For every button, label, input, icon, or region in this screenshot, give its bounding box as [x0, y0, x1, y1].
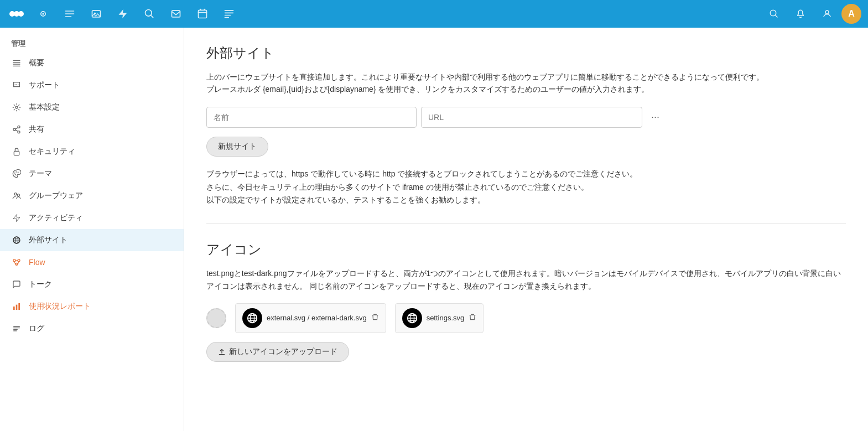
app-logo[interactable]: [7, 4, 27, 24]
delete-settings-icon-button[interactable]: [469, 313, 476, 323]
sidebar-item-groupware[interactable]: グループウェア: [0, 185, 184, 207]
svg-point-19: [13, 128, 15, 131]
svg-rect-21: [14, 151, 19, 155]
svg-marker-28: [13, 214, 20, 221]
sidebar-item-talk[interactable]: トーク: [0, 273, 184, 295]
security-label: セキュリティ: [29, 147, 75, 157]
upload-icon-label: 新しいアイコンをアップロード: [229, 347, 337, 357]
external-sites-description: 上のバーにウェブサイトを直接追加します。これにより重要なサイトや内部で利用する他…: [206, 71, 846, 96]
nav-photos-icon[interactable]: [84, 2, 108, 26]
svg-point-18: [18, 126, 20, 128]
list-icon: [11, 58, 22, 69]
groupware-label: グループウェア: [29, 191, 83, 201]
svg-point-23: [14, 173, 15, 174]
flow-label: Flow: [29, 258, 45, 267]
talk-icon: [11, 279, 22, 290]
main-content: 外部サイト 上のバーにウェブサイトを直接追加します。これにより重要なサイトや内部…: [184, 28, 868, 431]
section-divider: [206, 224, 846, 224]
lock-icon: [11, 146, 22, 157]
svg-rect-36: [18, 303, 20, 310]
talk-label: トーク: [29, 279, 52, 289]
notifications-button[interactable]: [788, 2, 813, 26]
external-icon-filename: external.svg / external-dark.svg: [267, 314, 367, 322]
themes-label: テーマ: [29, 169, 52, 179]
external-sites-title: 外部サイト: [206, 44, 846, 62]
sidebar-item-log[interactable]: ログ: [0, 318, 184, 340]
sidebar-item-flow[interactable]: Flow: [0, 251, 184, 273]
svg-rect-11: [199, 10, 207, 18]
svg-point-20: [18, 131, 20, 133]
upload-icon-button[interactable]: 新しいアイコンをアップロード: [206, 342, 349, 362]
nav-mail-icon[interactable]: [164, 2, 188, 26]
nav-activity-icon[interactable]: [111, 2, 135, 26]
flow-icon: [11, 257, 22, 268]
nav-files-icon[interactable]: [58, 2, 82, 26]
sidebar-item-activity[interactable]: アクティビティ: [0, 207, 184, 229]
external-icon-preview: [242, 308, 262, 328]
sidebar-item-external-sites[interactable]: 外部サイト: [0, 229, 184, 251]
log-icon: [11, 323, 22, 334]
svg-point-5: [42, 13, 44, 14]
svg-marker-8: [119, 9, 127, 19]
topnav-right-section: A: [762, 2, 861, 26]
svg-point-26: [14, 193, 17, 195]
svg-point-31: [13, 259, 15, 262]
external-sites-notice: ブラウザーによっては、https で動作している時に http で接続するとブロ…: [206, 168, 846, 207]
activity-label: アクティビティ: [29, 213, 83, 223]
sharing-label: 共有: [29, 124, 44, 134]
global-search-button[interactable]: [762, 2, 786, 26]
nav-home-icon[interactable]: [31, 2, 55, 26]
icon-section-title: アイコン: [206, 241, 846, 258]
activity-nav-icon: [11, 212, 22, 224]
nav-calendar-icon[interactable]: [190, 2, 215, 26]
groupware-icon: [11, 190, 22, 201]
usage-report-label: 使用状況レポート: [29, 302, 91, 311]
svg-point-24: [15, 172, 17, 173]
user-avatar[interactable]: A: [841, 4, 861, 24]
nav-search-icon[interactable]: [137, 2, 162, 26]
sidebar-item-basic-settings[interactable]: 基本設定: [0, 96, 184, 118]
site-name-input[interactable]: [206, 107, 417, 128]
sidebar: 管理 概要 サポート 基本設定 共有: [0, 28, 184, 431]
new-site-form-row: ···: [206, 107, 846, 128]
sidebar-item-themes[interactable]: テーマ: [0, 163, 184, 185]
svg-point-27: [17, 194, 19, 196]
contacts-button[interactable]: [815, 2, 839, 26]
delete-external-icon-button[interactable]: [371, 313, 379, 323]
settings-icon-filename: settings.svg: [427, 314, 465, 322]
support-label: サポート: [29, 80, 60, 90]
gear-icon: [11, 102, 22, 113]
chat-icon: [11, 80, 22, 91]
basic-settings-label: 基本設定: [29, 102, 60, 112]
more-options-button[interactable]: ···: [647, 109, 664, 125]
nav-tasks-icon[interactable]: [217, 2, 241, 26]
settings-icon-preview: [402, 308, 422, 328]
globe-icon: [11, 235, 22, 246]
new-site-button[interactable]: 新規サイト: [206, 137, 268, 157]
share-icon: [11, 124, 22, 135]
svg-point-13: [825, 11, 829, 14]
sidebar-section-header: 管理: [0, 32, 184, 52]
sidebar-item-overview[interactable]: 概要: [0, 52, 184, 74]
site-url-input[interactable]: [421, 107, 642, 128]
icon-item-external: external.svg / external-dark.svg: [235, 303, 386, 333]
sidebar-item-usage-report[interactable]: 使用状況レポート: [0, 295, 184, 318]
icon-section-description: test.pngとtest-dark.pngファイルをアップロードすると、両方が…: [206, 267, 846, 292]
svg-rect-34: [13, 307, 15, 310]
svg-rect-35: [16, 305, 18, 310]
theme-icon: [11, 168, 22, 179]
icon-item-settings: settings.svg: [395, 303, 484, 333]
sidebar-item-security[interactable]: セキュリティ: [0, 141, 184, 163]
sidebar-item-sharing[interactable]: 共有: [0, 118, 184, 141]
svg-point-32: [18, 259, 20, 262]
sidebar-item-support[interactable]: サポート: [0, 74, 184, 96]
svg-point-16: [18, 84, 18, 85]
svg-point-15: [16, 84, 17, 85]
chart-icon: [11, 301, 22, 312]
svg-point-25: [18, 172, 19, 173]
top-navigation: A: [0, 0, 868, 28]
external-sites-label: 外部サイト: [29, 235, 67, 245]
log-label: ログ: [29, 324, 44, 334]
svg-point-7: [94, 13, 96, 14]
svg-point-14: [15, 84, 15, 85]
